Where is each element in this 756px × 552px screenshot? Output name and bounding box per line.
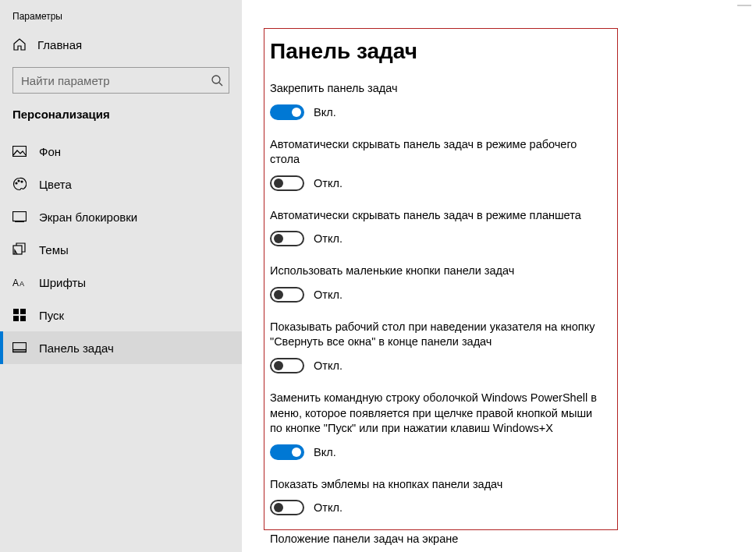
setting-5: Заменить командную строку оболочкой Wind…: [270, 391, 605, 460]
svg-point-0: [212, 76, 220, 83]
lock-screen-icon: [12, 210, 27, 224]
setting-label: Использовать маленькие кнопки панели зад…: [270, 264, 605, 279]
svg-text:A: A: [12, 278, 19, 288]
svg-rect-2: [13, 147, 27, 157]
svg-point-4: [18, 180, 20, 182]
palette-icon: [12, 177, 27, 191]
toggle-state-label: Откл.: [314, 232, 343, 245]
svg-point-3: [16, 182, 17, 184]
toggle-switch[interactable]: [270, 444, 304, 460]
toggle-state-label: Откл.: [314, 359, 343, 372]
toggle-state-label: Откл.: [314, 501, 343, 514]
picture-icon: [12, 144, 27, 158]
main-content: Панель задач Закрепить панель задачВкл.А…: [242, 0, 756, 552]
search-icon: [211, 74, 223, 87]
toggle-switch[interactable]: [270, 358, 304, 373]
search-box: [12, 67, 229, 94]
sidebar-item-label: Шрифты: [39, 276, 86, 289]
taskbar-icon: [12, 341, 27, 355]
next-section-label: Положение панели задач на экране: [270, 533, 605, 545]
svg-rect-12: [20, 309, 26, 314]
search-input[interactable]: [12, 67, 229, 94]
svg-point-5: [21, 181, 23, 182]
setting-2: Автоматически скрывать панель задач в ре…: [270, 208, 605, 247]
toggle-state-label: Откл.: [314, 177, 343, 189]
sidebar: Параметры Главная Персонализация Фон: [0, 0, 242, 552]
setting-label: Автоматически скрывать панель задач в ре…: [270, 208, 605, 224]
page-title: Панель задач: [270, 39, 605, 64]
category-title: Персонализация: [0, 108, 242, 135]
setting-3: Использовать маленькие кнопки панели зад…: [270, 264, 605, 303]
home-label: Главная: [37, 38, 82, 51]
toggle-state-label: Вкл.: [314, 446, 336, 458]
sidebar-item-lockscreen[interactable]: Экран блокировки: [0, 200, 242, 233]
toggle-switch[interactable]: [270, 500, 304, 515]
setting-4: Показывать рабочий стол при наведении ук…: [270, 320, 605, 373]
setting-label: Показать эмблемы на кнопках панели задач: [270, 477, 605, 493]
sidebar-item-background[interactable]: Фон: [0, 135, 242, 168]
home-nav[interactable]: Главная: [0, 30, 242, 59]
start-icon: [12, 308, 27, 322]
svg-rect-16: [13, 350, 27, 352]
setting-1: Автоматически скрывать панель задач в ре…: [270, 137, 605, 191]
sidebar-item-colors[interactable]: Цвета: [0, 168, 242, 200]
toggle-state-label: Вкл.: [314, 106, 336, 119]
sidebar-item-label: Цвета: [39, 178, 72, 191]
home-icon: [12, 37, 27, 51]
toggle-switch[interactable]: [270, 175, 304, 191]
setting-label: Закрепить панель задач: [270, 81, 605, 97]
fonts-icon: AA: [12, 275, 27, 289]
svg-rect-11: [13, 309, 19, 314]
themes-icon: [12, 242, 27, 257]
svg-rect-7: [15, 221, 24, 222]
toggle-switch[interactable]: [270, 231, 304, 246]
setting-label: Показывать рабочий стол при наведении ук…: [270, 320, 605, 350]
setting-label: Заменить командную строку оболочкой Wind…: [270, 391, 605, 437]
sidebar-item-taskbar[interactable]: Панель задач: [0, 331, 242, 364]
svg-line-1: [219, 83, 222, 86]
toggle-switch[interactable]: [270, 104, 304, 120]
minimize-icon[interactable]: [737, 5, 751, 6]
sidebar-item-fonts[interactable]: AA Шрифты: [0, 266, 242, 299]
svg-rect-6: [13, 212, 27, 221]
sidebar-item-label: Панель задач: [39, 341, 114, 355]
setting-6: Показать эмблемы на кнопках панели задач…: [270, 477, 605, 516]
sidebar-item-label: Фон: [39, 145, 61, 158]
sidebar-item-label: Темы: [39, 243, 69, 257]
svg-text:A: A: [20, 280, 24, 288]
sidebar-item-label: Пуск: [39, 309, 64, 322]
svg-rect-13: [13, 316, 19, 321]
sidebar-item-start[interactable]: Пуск: [0, 299, 242, 331]
nav-list: Фон Цвета Экран блокировки: [0, 135, 242, 364]
toggle-state-label: Откл.: [314, 288, 343, 301]
svg-rect-14: [20, 316, 26, 321]
setting-0: Закрепить панель задачВкл.: [270, 81, 605, 120]
window-title: Параметры: [0, 0, 242, 30]
sidebar-item-themes[interactable]: Темы: [0, 233, 242, 266]
setting-label: Автоматически скрывать панель задач в ре…: [270, 137, 605, 168]
sidebar-item-label: Экран блокировки: [39, 211, 137, 224]
toggle-switch[interactable]: [270, 287, 304, 303]
